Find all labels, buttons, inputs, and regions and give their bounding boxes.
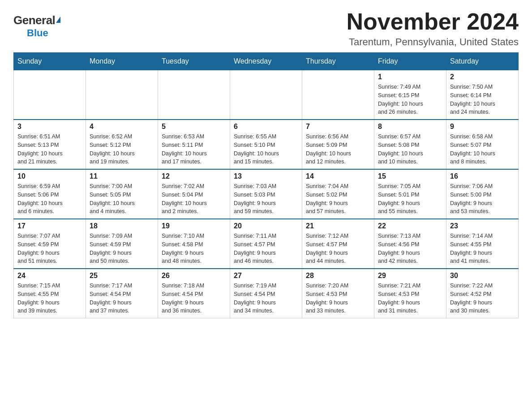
day-number: 21 xyxy=(306,222,370,230)
day-info: Sunrise: 7:03 AM Sunset: 5:03 PM Dayligh… xyxy=(234,182,298,216)
day-info: Sunrise: 7:09 AM Sunset: 4:59 PM Dayligh… xyxy=(90,232,154,265)
day-number: 1 xyxy=(378,73,442,81)
calendar-cell: 16Sunrise: 7:06 AM Sunset: 5:00 PM Dayli… xyxy=(446,169,519,219)
page-header: General Blue November 2024 Tarentum, Pen… xyxy=(13,9,519,48)
day-info: Sunrise: 7:21 AM Sunset: 4:53 PM Dayligh… xyxy=(378,282,442,315)
day-number: 14 xyxy=(306,172,370,180)
calendar-cell xyxy=(86,70,158,120)
calendar-cell: 10Sunrise: 6:59 AM Sunset: 5:06 PM Dayli… xyxy=(14,169,86,219)
calendar-cell: 22Sunrise: 7:13 AM Sunset: 4:56 PM Dayli… xyxy=(374,219,446,269)
day-info: Sunrise: 6:57 AM Sunset: 5:08 PM Dayligh… xyxy=(378,133,442,166)
day-info: Sunrise: 7:17 AM Sunset: 4:54 PM Dayligh… xyxy=(90,282,154,315)
day-info: Sunrise: 7:11 AM Sunset: 4:57 PM Dayligh… xyxy=(234,232,298,265)
day-info: Sunrise: 6:55 AM Sunset: 5:10 PM Dayligh… xyxy=(234,133,298,166)
calendar-cell: 17Sunrise: 7:07 AM Sunset: 4:59 PM Dayli… xyxy=(14,219,86,269)
day-info: Sunrise: 7:10 AM Sunset: 4:58 PM Dayligh… xyxy=(162,232,226,265)
calendar-cell: 25Sunrise: 7:17 AM Sunset: 4:54 PM Dayli… xyxy=(86,269,158,318)
logo-triangle-icon xyxy=(56,17,60,23)
day-number: 28 xyxy=(306,272,370,280)
day-number: 22 xyxy=(378,222,442,230)
day-number: 19 xyxy=(162,222,226,230)
day-info: Sunrise: 7:13 AM Sunset: 4:56 PM Dayligh… xyxy=(378,232,442,265)
calendar-cell: 3Sunrise: 6:51 AM Sunset: 5:13 PM Daylig… xyxy=(14,120,86,169)
calendar-cell: 13Sunrise: 7:03 AM Sunset: 5:03 PM Dayli… xyxy=(230,169,302,219)
calendar-cell: 11Sunrise: 7:00 AM Sunset: 5:05 PM Dayli… xyxy=(86,169,158,219)
day-number: 15 xyxy=(378,172,442,180)
day-number: 2 xyxy=(450,73,515,81)
calendar-header-row: SundayMondayTuesdayWednesdayThursdayFrid… xyxy=(14,53,519,70)
day-info: Sunrise: 7:04 AM Sunset: 5:02 PM Dayligh… xyxy=(306,182,370,216)
day-info: Sunrise: 6:53 AM Sunset: 5:11 PM Dayligh… xyxy=(162,133,226,166)
day-info: Sunrise: 7:14 AM Sunset: 4:55 PM Dayligh… xyxy=(450,232,515,265)
day-number: 10 xyxy=(17,172,82,180)
calendar-cell xyxy=(302,70,374,120)
day-number: 8 xyxy=(378,123,442,131)
calendar-cell: 15Sunrise: 7:05 AM Sunset: 5:01 PM Dayli… xyxy=(374,169,446,219)
day-info: Sunrise: 7:06 AM Sunset: 5:00 PM Dayligh… xyxy=(450,182,515,216)
day-header-wednesday: Wednesday xyxy=(230,53,302,70)
day-number: 7 xyxy=(306,123,370,131)
calendar-cell: 23Sunrise: 7:14 AM Sunset: 4:55 PM Dayli… xyxy=(446,219,519,269)
calendar-cell: 9Sunrise: 6:58 AM Sunset: 5:07 PM Daylig… xyxy=(446,120,519,169)
day-header-saturday: Saturday xyxy=(446,53,519,70)
day-number: 30 xyxy=(450,272,515,280)
day-info: Sunrise: 6:58 AM Sunset: 5:07 PM Dayligh… xyxy=(450,133,515,166)
day-header-friday: Friday xyxy=(374,53,446,70)
day-number: 13 xyxy=(234,172,298,180)
calendar-cell: 2Sunrise: 7:50 AM Sunset: 6:14 PM Daylig… xyxy=(446,70,519,120)
day-info: Sunrise: 6:56 AM Sunset: 5:09 PM Dayligh… xyxy=(306,133,370,166)
calendar-week-row-1: 1Sunrise: 7:49 AM Sunset: 6:15 PM Daylig… xyxy=(14,70,519,120)
calendar-cell xyxy=(14,70,86,120)
calendar-week-row-3: 10Sunrise: 6:59 AM Sunset: 5:06 PM Dayli… xyxy=(14,169,519,219)
day-number: 6 xyxy=(234,123,298,131)
calendar-cell: 6Sunrise: 6:55 AM Sunset: 5:10 PM Daylig… xyxy=(230,120,302,169)
month-title: November 2024 xyxy=(347,9,519,34)
day-number: 20 xyxy=(234,222,298,230)
day-number: 23 xyxy=(450,222,515,230)
day-header-sunday: Sunday xyxy=(14,53,86,70)
day-number: 11 xyxy=(90,172,154,180)
day-info: Sunrise: 6:52 AM Sunset: 5:12 PM Dayligh… xyxy=(90,133,154,166)
calendar-cell: 29Sunrise: 7:21 AM Sunset: 4:53 PM Dayli… xyxy=(374,269,446,318)
day-info: Sunrise: 7:20 AM Sunset: 4:53 PM Dayligh… xyxy=(306,282,370,315)
day-number: 5 xyxy=(162,123,226,131)
calendar-cell xyxy=(158,70,230,120)
calendar-cell: 14Sunrise: 7:04 AM Sunset: 5:02 PM Dayli… xyxy=(302,169,374,219)
day-info: Sunrise: 7:15 AM Sunset: 4:55 PM Dayligh… xyxy=(17,282,82,315)
logo-blue-text: Blue xyxy=(27,27,48,39)
calendar-cell: 8Sunrise: 6:57 AM Sunset: 5:08 PM Daylig… xyxy=(374,120,446,169)
calendar-cell: 21Sunrise: 7:12 AM Sunset: 4:57 PM Dayli… xyxy=(302,219,374,269)
day-info: Sunrise: 7:05 AM Sunset: 5:01 PM Dayligh… xyxy=(378,182,442,216)
day-info: Sunrise: 7:19 AM Sunset: 4:54 PM Dayligh… xyxy=(234,282,298,315)
day-number: 27 xyxy=(234,272,298,280)
day-number: 4 xyxy=(90,123,154,131)
calendar-cell xyxy=(230,70,302,120)
day-number: 12 xyxy=(162,172,226,180)
calendar-table: SundayMondayTuesdayWednesdayThursdayFrid… xyxy=(13,52,519,318)
day-info: Sunrise: 7:22 AM Sunset: 4:52 PM Dayligh… xyxy=(450,282,515,315)
calendar-cell: 5Sunrise: 6:53 AM Sunset: 5:11 PM Daylig… xyxy=(158,120,230,169)
day-header-tuesday: Tuesday xyxy=(158,53,230,70)
calendar-cell: 1Sunrise: 7:49 AM Sunset: 6:15 PM Daylig… xyxy=(374,70,446,120)
calendar-cell: 30Sunrise: 7:22 AM Sunset: 4:52 PM Dayli… xyxy=(446,269,519,318)
calendar-week-row-4: 17Sunrise: 7:07 AM Sunset: 4:59 PM Dayli… xyxy=(14,219,519,269)
day-info: Sunrise: 7:12 AM Sunset: 4:57 PM Dayligh… xyxy=(306,232,370,265)
day-number: 25 xyxy=(90,272,154,280)
day-info: Sunrise: 7:50 AM Sunset: 6:14 PM Dayligh… xyxy=(450,83,515,116)
calendar-cell: 27Sunrise: 7:19 AM Sunset: 4:54 PM Dayli… xyxy=(230,269,302,318)
day-info: Sunrise: 7:02 AM Sunset: 5:04 PM Dayligh… xyxy=(162,182,226,216)
day-number: 18 xyxy=(90,222,154,230)
calendar-cell: 18Sunrise: 7:09 AM Sunset: 4:59 PM Dayli… xyxy=(86,219,158,269)
day-number: 26 xyxy=(162,272,226,280)
day-info: Sunrise: 7:00 AM Sunset: 5:05 PM Dayligh… xyxy=(90,182,154,216)
logo: General Blue xyxy=(13,13,60,39)
day-number: 17 xyxy=(17,222,82,230)
day-info: Sunrise: 7:18 AM Sunset: 4:54 PM Dayligh… xyxy=(162,282,226,315)
day-header-monday: Monday xyxy=(86,53,158,70)
logo-general-text: General xyxy=(13,13,55,27)
day-number: 9 xyxy=(450,123,515,131)
calendar-cell: 20Sunrise: 7:11 AM Sunset: 4:57 PM Dayli… xyxy=(230,219,302,269)
day-number: 16 xyxy=(450,172,515,180)
calendar-week-row-2: 3Sunrise: 6:51 AM Sunset: 5:13 PM Daylig… xyxy=(14,120,519,169)
calendar-cell: 26Sunrise: 7:18 AM Sunset: 4:54 PM Dayli… xyxy=(158,269,230,318)
